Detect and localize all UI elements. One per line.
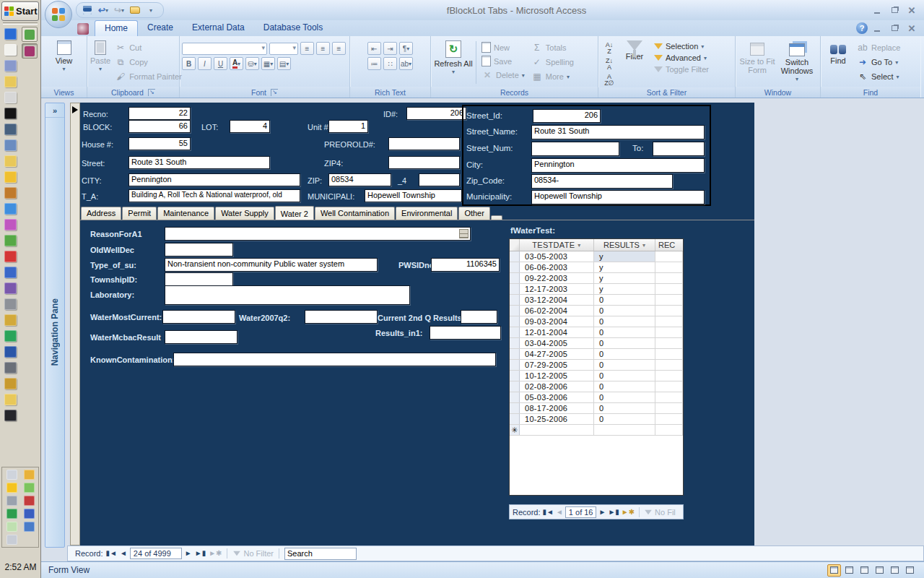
testdate-cell[interactable]: 12-01-2004	[520, 327, 594, 337]
testdate-cell[interactable]: 04-27-2005	[520, 349, 594, 359]
replace-button[interactable]: abReplace	[854, 41, 903, 54]
watertest-new-row[interactable]: ✳	[510, 425, 683, 436]
tab-water-supply[interactable]: Water Supply	[215, 207, 274, 220]
folder-2-icon[interactable]	[4, 394, 17, 405]
subform-first-record-button[interactable]: ▮◄	[543, 509, 554, 516]
totals-button[interactable]: ΣTotals	[528, 41, 577, 54]
new-mail-tray-icon[interactable]	[24, 470, 35, 480]
results-cell[interactable]: y	[594, 284, 655, 294]
underline-button[interactable]: U	[214, 57, 227, 70]
office-button[interactable]	[45, 1, 72, 28]
child-minimize-button[interactable]	[869, 22, 885, 35]
find-button[interactable]: Find	[823, 38, 853, 87]
customize-qat-button[interactable]: ▾	[144, 4, 157, 17]
results-cell[interactable]: 0	[594, 403, 655, 413]
results-cell[interactable]: 0	[594, 327, 655, 337]
row-selector[interactable]	[510, 306, 520, 316]
netmeeting-icon[interactable]	[4, 346, 17, 358]
highlight-button[interactable]: ab▾	[399, 57, 413, 70]
rec-cell[interactable]	[655, 349, 683, 359]
format-painter-button[interactable]: 🖌Format Painter	[112, 70, 185, 83]
results-cell[interactable]	[594, 425, 655, 435]
row-selector[interactable]	[510, 392, 520, 402]
house-field[interactable]: 55	[128, 137, 191, 150]
gridlines-button[interactable]: ▦▾	[261, 57, 275, 70]
bullet-list-button[interactable]: ∷	[383, 57, 397, 70]
c-power-tray-icon[interactable]	[24, 509, 35, 519]
rec-cell[interactable]	[655, 306, 683, 316]
sort-ascending-button[interactable]: A↓Z	[601, 41, 618, 56]
network-places-icon[interactable]	[4, 139, 17, 151]
row-selector[interactable]	[510, 327, 520, 337]
copy-button[interactable]: ⧉Copy	[112, 56, 185, 69]
disconnected-tray-icon[interactable]	[24, 496, 35, 506]
cut-button[interactable]: ✂Cut	[112, 41, 185, 54]
results-cell[interactable]: 0	[594, 349, 655, 359]
block-field[interactable]: 66	[128, 120, 191, 133]
start-button[interactable]: Start	[1, 1, 39, 21]
rec-cell[interactable]	[655, 371, 683, 381]
tab-other[interactable]: Other	[458, 207, 490, 220]
municipality-field[interactable]: Hopewell Township	[531, 190, 705, 204]
spelling-button[interactable]: ✓Spelling	[528, 56, 577, 69]
workstation-icon[interactable]	[4, 124, 17, 135]
ribbon-tab-home[interactable]: Home	[95, 20, 138, 36]
testdate-cell[interactable]: 03-04-2005	[520, 338, 594, 348]
municipali-field[interactable]: Hopewell Township	[365, 189, 462, 202]
subform-next-record-button[interactable]: ►	[598, 509, 606, 516]
recno-field[interactable]: 22	[128, 107, 191, 120]
row-selector[interactable]	[510, 316, 520, 327]
previous-record-button[interactable]: ◄	[120, 550, 127, 557]
pivottable-view-button[interactable]	[858, 564, 871, 577]
new-record-button[interactable]: New	[479, 41, 528, 53]
results-cell[interactable]: 0	[594, 316, 655, 327]
ta-field[interactable]: Building A, Roll Tech & National waterpr…	[128, 189, 300, 202]
rec-cell[interactable]	[655, 251, 683, 262]
testdate-cell[interactable]: 06-06-2003	[520, 262, 594, 272]
font-size-combobox[interactable]	[269, 43, 298, 55]
numbered-list-button[interactable]: ≔	[367, 57, 381, 70]
align-center-button[interactable]: ≡	[316, 42, 330, 55]
movie-maker-icon[interactable]	[4, 187, 17, 199]
more-button[interactable]: ▦More▾	[528, 70, 577, 83]
italic-button[interactable]: I	[198, 57, 212, 70]
fax-machine-icon[interactable]	[4, 298, 17, 310]
tab-environmental[interactable]: Environmental	[396, 207, 458, 220]
subform-previous-record-button[interactable]: ◄	[556, 509, 563, 516]
child-restore-button[interactable]	[886, 22, 902, 35]
row-selector[interactable]	[510, 381, 520, 392]
undo-button[interactable]: ↩▾	[97, 4, 110, 17]
column-header-results[interactable]: RESULTS▾	[594, 239, 655, 251]
search-input[interactable]	[284, 548, 357, 560]
next-record-button[interactable]: ►	[185, 550, 192, 557]
water2007q2-field[interactable]	[305, 310, 378, 324]
row-selector[interactable]	[510, 273, 520, 283]
street-id-field[interactable]: 206	[533, 109, 601, 123]
selection-tool-tray-icon[interactable]	[6, 470, 17, 480]
view-button[interactable]: View ▾	[45, 38, 83, 87]
no-filter-button[interactable]: No Filter	[232, 549, 274, 558]
layout-view-button[interactable]	[888, 564, 902, 577]
testdate-cell[interactable]: 12-17-2003	[520, 284, 594, 294]
rec-cell[interactable]	[655, 360, 683, 370]
rec-cell[interactable]	[655, 403, 683, 413]
record-selector-bar[interactable]	[70, 103, 80, 545]
alternate-fill-button[interactable]: ▤▾	[277, 57, 291, 70]
street-field[interactable]: Route 31 South	[128, 156, 270, 169]
buddy-online-tray-icon[interactable]	[24, 483, 35, 493]
rec-cell[interactable]	[655, 392, 683, 402]
help-button[interactable]: ?	[856, 22, 868, 34]
volume-app-icon[interactable]	[4, 314, 17, 326]
watermostcurrent-field[interactable]	[162, 310, 235, 324]
align-left-button[interactable]: ≡	[300, 42, 314, 55]
fill-color-button[interactable]: ⛁▾	[245, 57, 259, 70]
testdate-cell[interactable]: 02-08-2006	[520, 381, 594, 392]
subform-record-position[interactable]: 1 of 16	[565, 506, 597, 518]
testdate-cell[interactable]: 06-02-2004	[520, 306, 594, 316]
increase-indent-button[interactable]: ⇥	[383, 42, 397, 55]
rec-cell[interactable]	[655, 425, 683, 435]
rec-cell[interactable]	[655, 327, 683, 337]
navigation-pane-collapsed[interactable]: » Navigation Pane	[45, 103, 65, 548]
excel-icon[interactable]	[4, 330, 17, 342]
zip4-field[interactable]	[388, 156, 460, 169]
